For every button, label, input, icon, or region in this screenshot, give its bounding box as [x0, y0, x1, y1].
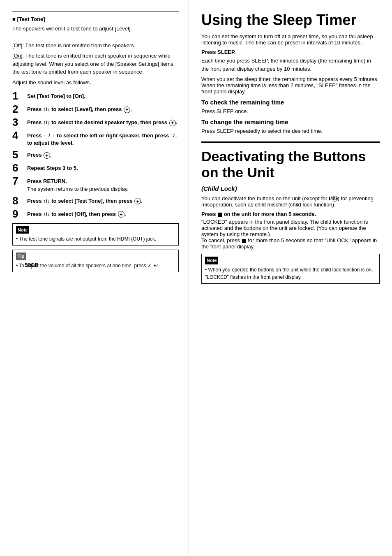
step-1-text: Set [Test Tone] to [On]. [27, 90, 85, 100]
change-time-header: To change the remaining time [201, 118, 380, 125]
check-time-header: To check the remaining time [201, 99, 380, 106]
step-5-text: Press +. [27, 149, 52, 159]
circle-plus-icon-3: + [169, 120, 176, 126]
child-lock-intro: You can deactivate the buttons on the un… [201, 195, 380, 208]
deactivating-note-box: Note • When you operate the buttons on t… [201, 254, 380, 284]
off-label: [Off] [12, 42, 22, 49]
child-lock-header: (Child Lock) [201, 185, 380, 192]
sleep-timer-title: Using the Sleep Timer [201, 12, 380, 28]
step-9-num: 9 [12, 208, 24, 219]
step-3-num: 3 [12, 117, 24, 127]
press-stop-text1: "LOCKED" appears in the front panel disp… [201, 219, 380, 237]
tip-label: Tip [16, 253, 26, 260]
page: [Test Tone] The speakers will emit a tes… [0, 0, 392, 556]
right-column: Using the Sleep Timer You can set the sy… [189, 0, 392, 556]
on-label: [On] [12, 53, 23, 59]
step-3-text: Press ↑/↓ to select the desired speaker … [27, 117, 177, 126]
step-8: 8 Press ↑/↓ to select [Test Tone], then … [12, 195, 179, 206]
step-1-num: 1 [12, 90, 24, 101]
step-4-text: Press ←/→ to select the left or right sp… [27, 130, 179, 147]
step-2-text: Press ↑/↓ to select [Level], then press … [27, 104, 132, 113]
press-sleep-header: Press SLEEP. [201, 49, 380, 55]
note-label: Note [16, 226, 29, 234]
section-divider [201, 141, 380, 143]
sleep-timer-section: Using the Sleep Timer You can set the sy… [201, 12, 380, 134]
step-5: 5 Press +. [12, 149, 179, 160]
timer-note1: When you set the sleep timer, the remain… [201, 76, 380, 82]
step-7-num: 7 [12, 176, 24, 186]
deactivating-section: Deactivating the Buttons on the Unit (Ch… [201, 148, 380, 283]
step-6-num: 6 [12, 162, 24, 173]
step-3: 3 Press ↑/↓ to select the desired speake… [12, 117, 179, 127]
step-5-num: 5 [12, 149, 24, 160]
change-time-text: Press SLEEP repeatedly to select the des… [201, 128, 380, 134]
step-7-subtext: The system returns to the previous displ… [27, 186, 129, 192]
press-stop-header: Press on the unit for more than 5 second… [201, 211, 380, 217]
note-content: • The test tone signals are not output f… [16, 235, 175, 243]
circle-plus-icon-5: + [44, 152, 50, 159]
step-6-text: Repeat Steps 3 to 5. [27, 162, 78, 172]
step-2-num: 2 [12, 104, 24, 114]
step-6: 6 Repeat Steps 3 to 5. [12, 162, 179, 173]
sleep-timer-intro: You can set the system to turn off at a … [201, 33, 380, 46]
step-9-text: Press ↑/↓ to select [Off], then press +. [27, 208, 126, 218]
tip-content: • To adjust the volume of all the speake… [16, 262, 175, 269]
circle-plus-icon-9: + [118, 211, 125, 218]
step-4-num: 4 [12, 130, 24, 141]
deactivating-title: Deactivating the Buttons on the Unit [201, 148, 380, 181]
steps-list: 1 Set [Test Tone] to [On]. 2 Press ↑/↓ t… [12, 90, 179, 219]
power-circle-icon: ⏻ [332, 196, 338, 202]
adjust-text: Adjust the sound level as follows. [12, 79, 179, 87]
step-1: 1 Set [Test Tone] to [On]. [12, 90, 179, 101]
press-stop-text2: To cancel, press for more than 5 seconds… [201, 237, 380, 250]
tip-box: Tip • To adjust the volume of all the sp… [12, 250, 179, 272]
deactivating-note-label: Note [205, 257, 218, 264]
page-number: 50GB [25, 262, 39, 268]
circle-plus-icon-8: + [134, 198, 141, 204]
stop-icon-2 [242, 239, 246, 243]
test-tone-header: [Test Tone] [12, 16, 179, 22]
step-4: 4 Press ←/→ to select the left or right … [12, 130, 179, 147]
stop-icon [218, 213, 222, 217]
step-8-num: 8 [12, 195, 24, 206]
off-text: [Off]: The test tone is not emitted from… [12, 42, 179, 50]
timer-note2: When the remaining time is less than 2 m… [201, 82, 380, 95]
step-7-text: Press RETURN.The system returns to the p… [27, 176, 129, 192]
step-9: 9 Press ↑/↓ to select [Off], then press … [12, 208, 179, 219]
step-8-text: Press ↑/↓ to select [Test Tone], then pr… [27, 195, 143, 205]
on-text: [On]: The test tone is emitted from each… [12, 52, 179, 76]
power-symbol: I/⏻ [329, 195, 337, 202]
step-7: 7 Press RETURN.The system returns to the… [12, 176, 179, 192]
left-column: [Test Tone] The speakers will emit a tes… [0, 0, 189, 556]
check-time-text: Press SLEEP once. [201, 108, 380, 114]
deactivating-note-content: • When you operate the buttons on the un… [205, 266, 376, 281]
intro-text: The speakers will emit a test tone to ad… [12, 25, 179, 33]
top-divider [12, 12, 179, 12]
step-2: 2 Press ↑/↓ to select [Level], then pres… [12, 104, 179, 114]
press-sleep-text: Each time you press SLEEP, the minutes d… [201, 57, 380, 73]
note-box: Note • The test tone signals are not out… [12, 223, 179, 246]
circle-plus-icon: + [124, 107, 130, 113]
